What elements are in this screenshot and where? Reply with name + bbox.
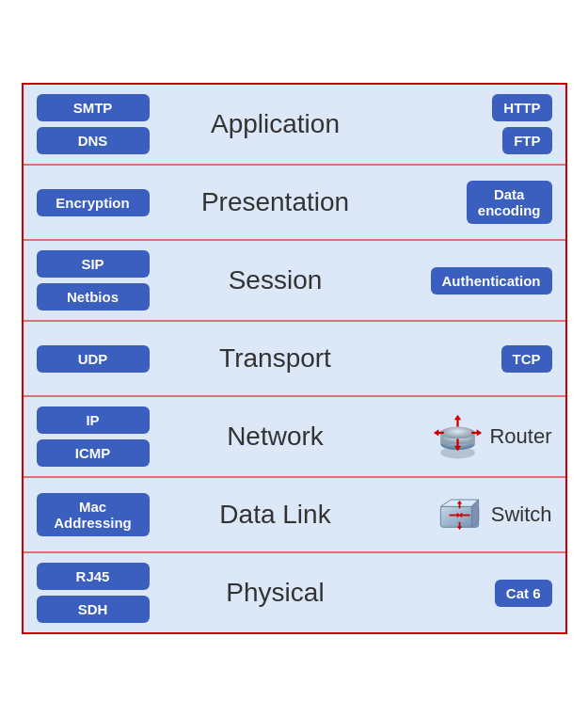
layer-center-application: Application: [150, 109, 402, 139]
router-label: Router: [489, 424, 551, 449]
osi-model: SMTPDNSApplicationHTTPFTPEncryptionPrese…: [22, 83, 567, 634]
layer-left-datalink: Mac Addressing: [37, 493, 150, 536]
layer-left-network: IPICMP: [37, 406, 150, 467]
protocol-badge: SMTP: [37, 94, 150, 121]
layer-network: IPICMPNetwork: [24, 397, 565, 478]
protocol-badge: Data encoding: [467, 181, 552, 224]
protocol-badge: Authentication: [431, 267, 552, 295]
protocol-badge: FTP: [502, 127, 551, 154]
protocol-badge: DNS: [37, 127, 150, 154]
layer-name-datalink: Data Link: [219, 500, 330, 529]
svg-marker-22: [456, 526, 462, 530]
layer-left-session: SIPNetbios: [37, 250, 150, 311]
layer-name-session: Session: [229, 265, 323, 295]
layer-left-application: SMTPDNS: [37, 94, 150, 154]
protocol-badge: HTTP: [492, 94, 551, 121]
layer-name-presentation: Presentation: [201, 187, 349, 216]
layer-physical: RJ45SDHPhysicalCat 6: [24, 553, 565, 632]
switch-label: Switch: [491, 502, 552, 527]
layer-transport: UDPTransportTCP: [24, 322, 565, 397]
layer-datalink: Mac AddressingData Link Switch: [24, 478, 565, 553]
layer-center-presentation: Presentation: [150, 187, 402, 217]
protocol-badge: Netbios: [37, 283, 150, 311]
layer-center-transport: Transport: [150, 343, 402, 374]
router-icon: [432, 411, 484, 463]
layer-application: SMTPDNSApplicationHTTPFTP: [24, 85, 565, 166]
protocol-badge: TCP: [501, 345, 552, 373]
switch-icon: [434, 489, 485, 541]
layer-center-network: Network: [150, 422, 402, 452]
layer-presentation: EncryptionPresentationData encoding: [24, 166, 565, 241]
layer-name-transport: Transport: [219, 343, 331, 373]
layer-left-transport: UDP: [37, 345, 150, 373]
layer-right-network: Router: [402, 411, 552, 463]
protocol-badge: RJ45: [37, 563, 150, 590]
layer-name-application: Application: [211, 109, 340, 138]
layer-right-session: Authentication: [402, 267, 552, 295]
layer-right-presentation: Data encoding: [402, 181, 552, 224]
layer-right-datalink: Switch: [402, 489, 552, 541]
protocol-badge: Encryption: [37, 189, 150, 216]
layer-center-datalink: Data Link: [150, 500, 402, 530]
protocol-badge: ICMP: [37, 439, 150, 467]
protocol-badge: IP: [37, 406, 150, 434]
layer-name-physical: Physical: [226, 578, 324, 607]
svg-point-3: [441, 426, 476, 438]
svg-marker-11: [477, 429, 483, 436]
protocol-badge: Cat 6: [495, 580, 552, 607]
layer-session: SIPNetbiosSessionAuthentication: [24, 241, 565, 322]
layer-name-network: Network: [227, 422, 324, 451]
layer-left-presentation: Encryption: [37, 189, 150, 216]
layer-right-application: HTTPFTP: [402, 94, 552, 154]
svg-marker-5: [454, 414, 461, 420]
svg-marker-9: [434, 429, 439, 436]
layer-right-physical: Cat 6: [402, 580, 552, 607]
layer-center-physical: Physical: [150, 578, 402, 608]
protocol-badge: SDH: [37, 596, 150, 623]
protocol-badge: Mac Addressing: [37, 493, 150, 536]
protocol-badge: UDP: [37, 345, 150, 373]
layer-left-physical: RJ45SDH: [37, 563, 150, 623]
layer-right-transport: TCP: [402, 345, 552, 373]
protocol-badge: SIP: [37, 250, 150, 278]
layer-center-session: Session: [150, 265, 402, 295]
